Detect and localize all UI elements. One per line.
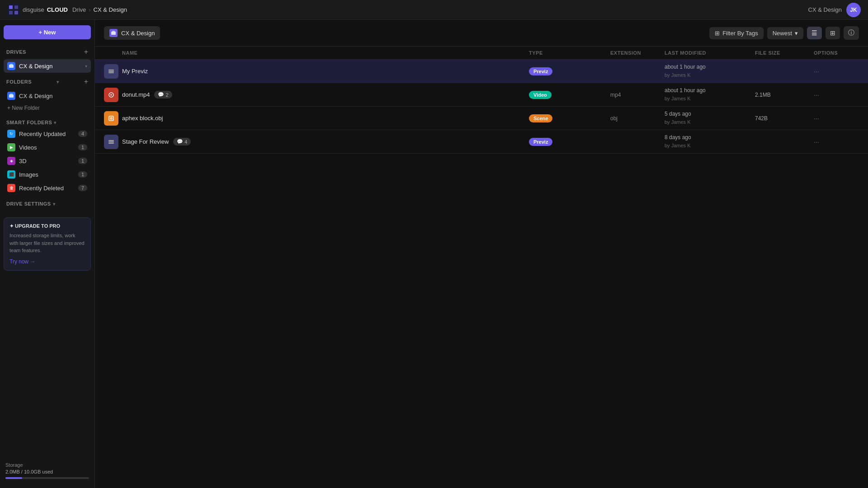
table-header: NAME TYPE EXTENSION LAST MODIFIED FILE S… bbox=[95, 47, 868, 60]
file-modified-by-3: by James K bbox=[665, 118, 755, 127]
sidebar-item-folder-cx[interactable]: CX & Design bbox=[4, 89, 91, 103]
col-file-size: FILE SIZE bbox=[755, 50, 814, 56]
options-menu-3[interactable]: ··· bbox=[814, 115, 859, 122]
col-type: TYPE bbox=[529, 50, 610, 56]
file-modified-by-1: by James K bbox=[665, 71, 755, 80]
recently-updated-icon: ↻ bbox=[7, 130, 15, 138]
svg-rect-5 bbox=[9, 65, 14, 68]
drive-expand-icon: ▾ bbox=[85, 64, 87, 69]
filter-button[interactable]: ⊞ Filter By Tags bbox=[709, 27, 764, 39]
drive-settings-header[interactable]: Drive Settings ▾ bbox=[4, 198, 91, 208]
3d-badge: 1 bbox=[78, 158, 87, 164]
file-tags-2: 💬 2 bbox=[154, 91, 172, 99]
svg-rect-8 bbox=[10, 94, 13, 95]
avatar[interactable]: JK bbox=[846, 3, 861, 17]
drive-settings-expand-icon: ▾ bbox=[53, 202, 56, 206]
view-grid-button[interactable]: ⊞ bbox=[826, 27, 840, 39]
new-button[interactable]: + New bbox=[4, 25, 91, 39]
comment-badge-2: 💬 2 bbox=[154, 91, 172, 99]
recently-deleted-badge: 7 bbox=[78, 185, 87, 191]
svg-rect-18 bbox=[108, 141, 114, 142]
add-drive-button[interactable]: + bbox=[84, 48, 88, 56]
smart-folders-expand-icon: ▾ bbox=[54, 120, 57, 125]
breadcrumb-separator: › bbox=[89, 6, 90, 13]
file-thumb-previz-2 bbox=[104, 135, 118, 149]
3d-icon: ◈ bbox=[7, 157, 15, 165]
folder-cx-label: CX & Design bbox=[19, 93, 87, 99]
file-modified-time-3: 5 days ago bbox=[665, 110, 755, 118]
sidebar-item-recently-updated[interactable]: ↻ Recently Updated 4 bbox=[4, 127, 91, 141]
sidebar-item-images[interactable]: ⬛ Images 1 bbox=[4, 168, 91, 181]
file-name-3: aphex block.obj bbox=[122, 115, 163, 122]
sidebar-item-recently-deleted[interactable]: 🗑 Recently Deleted 7 bbox=[4, 181, 91, 195]
sidebar-item-cx-design[interactable]: CX & Design ▾ bbox=[4, 59, 91, 73]
info-button[interactable]: ⓘ bbox=[844, 26, 859, 40]
svg-rect-4 bbox=[14, 11, 18, 14]
file-thumb-video bbox=[104, 88, 118, 102]
file-name-1: My Previz bbox=[122, 68, 148, 75]
upgrade-link[interactable]: Try now → bbox=[9, 258, 36, 265]
upgrade-box: ✦ UPGRADE TO PRO Increased storage limit… bbox=[4, 217, 91, 271]
svg-rect-9 bbox=[111, 32, 116, 35]
smart-folders-section: Smart Folders ▾ ↻ Recently Updated 4 ▶ V… bbox=[4, 117, 91, 195]
file-name-cell-1: My Previz bbox=[122, 68, 529, 75]
breadcrumb-drive[interactable]: Drive bbox=[72, 6, 86, 13]
drives-section-header: Drives + bbox=[4, 47, 91, 57]
upgrade-star-icon: ✦ bbox=[9, 223, 14, 229]
table-row[interactable]: Stage For Review 💬 4 Previz 8 days ago b… bbox=[95, 130, 868, 154]
options-menu-4[interactable]: ··· bbox=[814, 138, 859, 145]
file-modified-4: 8 days ago by James K bbox=[665, 133, 755, 150]
file-modified-by-2: by James K bbox=[665, 95, 755, 103]
file-modified-time-1: about 1 hour ago bbox=[665, 63, 755, 71]
table-row[interactable]: My Previz Previz about 1 hour ago by Jam… bbox=[95, 60, 868, 83]
drives-section: Drives + CX & Design ▾ bbox=[4, 47, 91, 73]
deleted-icon: 🗑 bbox=[7, 184, 15, 192]
table-row[interactable]: donut.mp4 💬 2 Video mp4 about 1 hour ago… bbox=[95, 83, 868, 107]
svg-rect-11 bbox=[108, 70, 114, 70]
sidebar-item-videos[interactable]: ▶ Videos 1 bbox=[4, 141, 91, 154]
col-last-modified: LAST MODIFIED bbox=[665, 50, 755, 56]
sidebar-item-3d[interactable]: ◈ 3D 1 bbox=[4, 154, 91, 168]
breadcrumb: Drive › CX & Design bbox=[72, 6, 127, 13]
folder-chip[interactable]: CX & Design bbox=[104, 26, 160, 40]
sort-label: Newest bbox=[773, 30, 792, 37]
folders-section-header: Folders ▾ + bbox=[4, 76, 91, 87]
options-menu-2[interactable]: ··· bbox=[814, 91, 859, 99]
storage-section: Storage 2.0MB / 10.0GB used bbox=[4, 459, 91, 483]
storage-label: Storage bbox=[5, 462, 89, 468]
drives-label: Drives bbox=[6, 49, 26, 55]
table-row[interactable]: aphex block.obj Scene obj 5 days ago by … bbox=[95, 107, 868, 130]
comment-count-4: 4 bbox=[184, 139, 187, 145]
videos-icon: ▶ bbox=[7, 143, 15, 151]
logo-name: disguise bbox=[23, 6, 44, 13]
svg-rect-1 bbox=[9, 5, 13, 9]
svg-rect-17 bbox=[108, 140, 114, 141]
svg-rect-12 bbox=[108, 71, 114, 72]
comment-count-2: 2 bbox=[165, 92, 168, 98]
add-folder-button[interactable]: + bbox=[84, 78, 88, 85]
topbar-right: CX & Design JK bbox=[808, 3, 861, 17]
svg-rect-16 bbox=[110, 117, 113, 120]
view-list-button[interactable]: ☰ bbox=[807, 27, 822, 39]
folder-chip-icon bbox=[109, 29, 118, 37]
main-layout: + New Drives + CX & Design ▾ Fol bbox=[0, 20, 868, 488]
drive-icon bbox=[7, 62, 15, 70]
recently-deleted-label: Recently Deleted bbox=[19, 185, 75, 192]
content-header-right: ⊞ Filter By Tags Newest ▾ ☰ ⊞ ⓘ bbox=[709, 26, 859, 40]
drive-cx-design-label: CX & Design bbox=[19, 63, 81, 70]
file-thumb-3d bbox=[104, 111, 118, 126]
svg-rect-0 bbox=[7, 4, 20, 16]
logo-cloud: CLOUD bbox=[47, 6, 68, 13]
new-folder-label: + New Folder bbox=[7, 105, 40, 111]
file-name-cell-2: donut.mp4 💬 2 bbox=[122, 91, 529, 99]
storage-bar-fill bbox=[5, 477, 22, 479]
comment-icon-4: 💬 bbox=[177, 139, 183, 145]
file-size-2: 2.1MB bbox=[755, 92, 814, 98]
folders-expand-icon: ▾ bbox=[57, 80, 59, 84]
options-menu-1[interactable]: ··· bbox=[814, 68, 859, 75]
new-folder-button[interactable]: + New Folder bbox=[4, 103, 91, 113]
folder-chip-label: CX & Design bbox=[121, 30, 155, 37]
folder-icon bbox=[7, 92, 15, 100]
sort-button[interactable]: Newest ▾ bbox=[767, 27, 803, 39]
type-badge-video: Video bbox=[529, 91, 552, 99]
